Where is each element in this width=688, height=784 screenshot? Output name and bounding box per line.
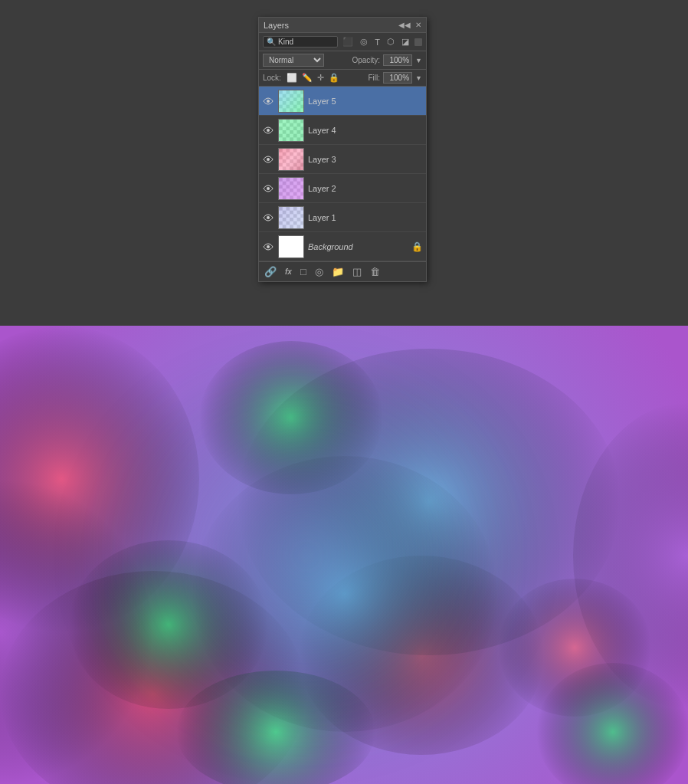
layer-thumb-5 <box>278 90 304 113</box>
layer-visibility-icon-background[interactable] <box>262 241 274 253</box>
filter-search-box[interactable]: 🔍 Kind <box>263 36 338 48</box>
type-filter-icon[interactable]: T <box>373 37 382 48</box>
layer-thumb-1 <box>278 206 304 229</box>
svg-point-2 <box>267 158 270 161</box>
layers-list: Layer 5 Layer 4 <box>259 87 426 261</box>
adjustment-filter-icon[interactable]: ◎ <box>359 36 369 48</box>
filter-bar: 🔍 Kind ⬛ ◎ T ⬡ ◪ <box>259 33 426 51</box>
close-icon[interactable]: ✕ <box>415 21 421 29</box>
layer-name-3: Layer 3 <box>308 155 423 164</box>
layer-item-4[interactable]: Layer 4 <box>259 116 426 145</box>
group-icon[interactable]: 📁 <box>329 264 346 279</box>
pixel-filter-icon[interactable]: ⬛ <box>341 36 355 48</box>
delete-layer-icon[interactable]: 🗑 <box>368 264 382 279</box>
layer-visibility-icon-5[interactable] <box>262 95 274 107</box>
collapse-icon[interactable]: ◀◀ <box>398 21 411 29</box>
panel-header-icons: ◀◀ ✕ <box>398 21 421 29</box>
fill-chevron[interactable]: ▼ <box>415 74 422 82</box>
filter-toggle[interactable] <box>414 38 422 46</box>
svg-point-0 <box>267 100 270 103</box>
fill-label: Fill: <box>369 74 381 82</box>
layer-item-5[interactable]: Layer 5 <box>259 87 426 116</box>
new-layer-icon[interactable]: ◫ <box>350 264 364 279</box>
fx-icon[interactable]: fx <box>283 266 294 277</box>
blend-mode-select[interactable]: Normal <box>263 54 324 67</box>
opacity-row: Opacity: ▼ <box>352 54 422 66</box>
layer-name-background: Background <box>308 242 408 251</box>
layer-visibility-icon-3[interactable] <box>262 153 274 166</box>
lock-transparency-icon[interactable]: ⬜ <box>286 72 298 84</box>
svg-point-4 <box>267 216 270 219</box>
kind-label: Kind <box>278 38 293 46</box>
lock-label: Lock: <box>263 74 281 82</box>
lock-row: Lock: ⬜ ✏️ ✛ 🔒 Fill: ▼ <box>259 70 426 87</box>
panel-title: Layers <box>264 21 289 30</box>
panel-footer: 🔗 fx □ ◎ 📁 ◫ 🗑 <box>259 261 426 281</box>
svg-point-5 <box>267 245 270 248</box>
svg-point-3 <box>267 187 270 190</box>
filter-icons: ⬛ ◎ T ⬡ ◪ <box>341 36 422 48</box>
layer-visibility-icon-1[interactable] <box>262 212 274 224</box>
layer-thumb-background <box>278 235 304 258</box>
layer-item-1[interactable]: Layer 1 <box>259 203 426 232</box>
layer-item-2[interactable]: Layer 2 <box>259 174 426 203</box>
fill-input[interactable] <box>383 72 412 84</box>
layer-thumb-3 <box>278 148 304 171</box>
layers-panel: Layers ◀◀ ✕ 🔍 Kind ⬛ ◎ T ⬡ ◪ Normal Opac… <box>258 17 427 282</box>
svg-point-1 <box>267 129 270 132</box>
canvas-area <box>0 326 688 784</box>
layer-thumb-2 <box>278 177 304 200</box>
layer-name-1: Layer 1 <box>308 213 423 222</box>
opacity-chevron[interactable]: ▼ <box>415 57 422 64</box>
search-icon: 🔍 <box>267 38 276 46</box>
background-lock-icon: 🔒 <box>411 241 423 252</box>
blend-mode-row: Normal Opacity: ▼ <box>259 51 426 70</box>
lock-all-icon[interactable]: 🔒 <box>328 72 340 84</box>
layer-name-5: Layer 5 <box>308 97 423 106</box>
opacity-input[interactable] <box>383 54 412 66</box>
shape-filter-icon[interactable]: ⬡ <box>385 36 396 48</box>
smart-filter-icon[interactable]: ◪ <box>400 36 411 48</box>
layer-thumb-4 <box>278 119 304 142</box>
fill-row: Fill: ▼ <box>369 72 422 84</box>
layer-item-3[interactable]: Layer 3 <box>259 145 426 174</box>
mask-icon[interactable]: □ <box>298 264 309 279</box>
link-icon[interactable]: 🔗 <box>262 264 279 279</box>
layer-name-2: Layer 2 <box>308 184 423 193</box>
opacity-label: Opacity: <box>352 56 380 64</box>
lock-paint-icon[interactable]: ✏️ <box>301 72 313 84</box>
adjustment-icon[interactable]: ◎ <box>313 264 326 279</box>
lock-position-icon[interactable]: ✛ <box>316 72 325 84</box>
lock-icons: ⬜ ✏️ ✛ 🔒 <box>286 72 340 84</box>
panel-header[interactable]: Layers ◀◀ ✕ <box>259 18 426 33</box>
layer-name-4: Layer 4 <box>308 126 423 135</box>
layer-item-background[interactable]: Background 🔒 <box>259 232 426 261</box>
layer-visibility-icon-2[interactable] <box>262 182 274 195</box>
layer-visibility-icon-4[interactable] <box>262 124 274 136</box>
